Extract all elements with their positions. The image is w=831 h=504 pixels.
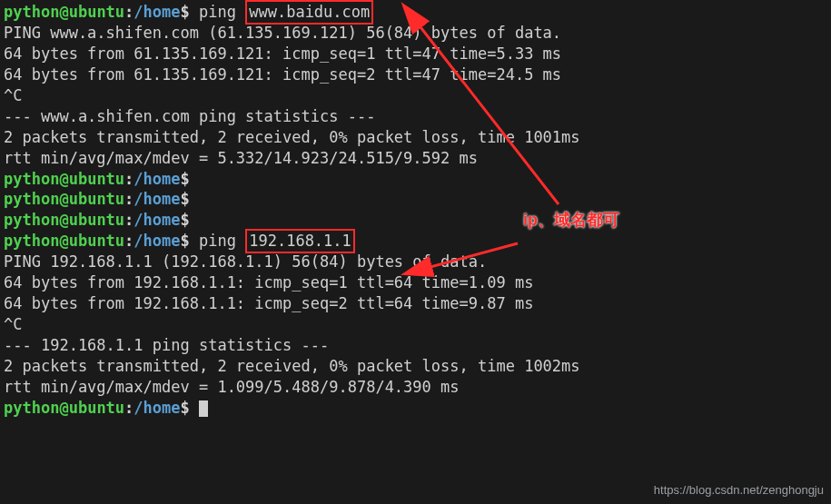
svg-line-0 <box>418 24 559 204</box>
arrow-icon <box>0 0 831 504</box>
svg-line-1 <box>427 243 518 268</box>
watermark: https://blog.csdn.net/zenghongju <box>654 482 824 499</box>
